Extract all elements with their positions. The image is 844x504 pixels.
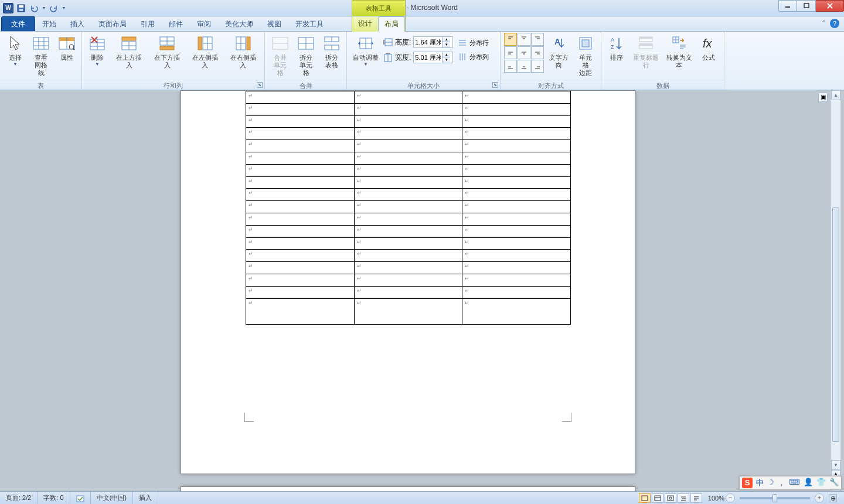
tray-skin-icon[interactable]: 👕 bbox=[816, 478, 826, 488]
zoom-in-button[interactable]: + bbox=[815, 493, 824, 503]
draft-view[interactable] bbox=[690, 493, 702, 503]
height-input[interactable]: ▲▼ bbox=[413, 36, 453, 48]
redo-icon[interactable] bbox=[48, 2, 60, 14]
qat-customize-icon[interactable]: ▼ bbox=[61, 2, 67, 14]
table-row[interactable] bbox=[246, 262, 571, 274]
height-up[interactable]: ▲ bbox=[443, 37, 450, 42]
tab-file[interactable]: 文件 bbox=[1, 16, 35, 31]
tab-mailings[interactable]: 邮件 bbox=[162, 17, 190, 31]
status-proof[interactable] bbox=[70, 492, 91, 504]
ime-lang-icon[interactable]: 中 bbox=[756, 478, 764, 488]
tab-developer[interactable]: 开发工具 bbox=[288, 17, 331, 31]
tab-references[interactable]: 引用 bbox=[134, 17, 162, 31]
tab-home[interactable]: 开始 bbox=[35, 17, 63, 31]
zoom-level[interactable]: 100% bbox=[708, 495, 724, 502]
table-row[interactable] bbox=[246, 286, 571, 298]
rows-cols-launcher[interactable]: ⬊ bbox=[257, 82, 263, 88]
table-row[interactable] bbox=[246, 103, 571, 115]
vertical-scrollbar[interactable]: ▲ ▼ ▲ ○ ▼ bbox=[831, 90, 840, 491]
align-bot-right[interactable] bbox=[531, 60, 544, 73]
web-layout-view[interactable] bbox=[665, 493, 676, 503]
sort-button[interactable]: AZ 排序 bbox=[605, 33, 628, 63]
zoom-slider[interactable] bbox=[740, 497, 810, 499]
table-row[interactable] bbox=[246, 189, 571, 201]
tab-layout[interactable]: 布局 bbox=[378, 16, 405, 32]
save-icon[interactable] bbox=[15, 2, 27, 14]
help-icon[interactable]: ? bbox=[830, 19, 839, 28]
tray-user-icon[interactable]: 👤 bbox=[804, 478, 813, 488]
table-row[interactable] bbox=[246, 250, 571, 262]
close-button[interactable] bbox=[816, 0, 844, 12]
tray-tool-icon[interactable]: 🔧 bbox=[829, 478, 839, 488]
undo-dropdown-icon[interactable]: ▼ bbox=[41, 2, 47, 14]
formula-button[interactable]: fx 公式 bbox=[697, 33, 720, 63]
tab-beautify[interactable]: 美化大师 bbox=[218, 17, 260, 31]
width-up[interactable]: ▲ bbox=[443, 52, 450, 57]
page-1[interactable] bbox=[181, 90, 635, 474]
table-row[interactable] bbox=[246, 176, 571, 189]
zoom-fit-button[interactable]: ⊕ bbox=[829, 494, 837, 502]
delete-button[interactable]: 删除▼ bbox=[86, 33, 109, 68]
tab-view[interactable]: 视图 bbox=[260, 17, 288, 31]
zoom-out-button[interactable]: − bbox=[726, 493, 735, 503]
status-mode[interactable]: 插入 bbox=[133, 492, 158, 504]
scroll-up-button[interactable]: ▲ bbox=[831, 90, 840, 100]
table-row[interactable] bbox=[246, 274, 571, 286]
width-input[interactable]: ▲▼ bbox=[413, 52, 453, 63]
distribute-rows-button[interactable]: 分布行 bbox=[455, 36, 491, 49]
status-words[interactable]: 字数: 0 bbox=[38, 492, 70, 504]
outline-view[interactable] bbox=[678, 493, 689, 503]
scroll-thumb[interactable] bbox=[832, 207, 839, 442]
align-top-center[interactable] bbox=[518, 33, 530, 46]
tray-punct-icon[interactable]: ， bbox=[778, 478, 785, 488]
print-layout-view[interactable] bbox=[639, 493, 651, 503]
insert-right-button[interactable]: 在右侧插入 bbox=[225, 33, 261, 70]
status-page[interactable]: 页面: 2/2 bbox=[0, 492, 38, 504]
align-top-left[interactable] bbox=[504, 33, 517, 46]
table-row[interactable] bbox=[246, 152, 571, 164]
table-row[interactable] bbox=[246, 115, 571, 128]
sogou-ime-icon[interactable]: S bbox=[742, 478, 753, 488]
status-lang[interactable]: 中文(中国) bbox=[91, 492, 133, 504]
minimize-button[interactable] bbox=[778, 0, 797, 12]
properties-button[interactable]: 属性 bbox=[55, 33, 79, 63]
document-viewport[interactable]: ▣ bbox=[6, 90, 830, 491]
align-mid-right[interactable] bbox=[531, 46, 544, 59]
select-button[interactable]: 选择▼ bbox=[4, 33, 27, 68]
ruler-toggle[interactable]: ▣ bbox=[818, 93, 828, 102]
align-mid-center[interactable] bbox=[518, 46, 530, 59]
tray-moon-icon[interactable]: ☽ bbox=[767, 478, 774, 488]
document-table-1[interactable] bbox=[246, 91, 571, 325]
table-row[interactable] bbox=[246, 91, 571, 104]
distribute-cols-button[interactable]: 分布列 bbox=[455, 50, 491, 63]
tab-insert[interactable]: 插入 bbox=[63, 17, 91, 31]
view-gridlines-button[interactable]: 查看 网格线 bbox=[29, 33, 53, 78]
tray-keyboard-icon[interactable]: ⌨ bbox=[789, 478, 800, 488]
table-row[interactable] bbox=[246, 298, 571, 324]
zoom-handle[interactable] bbox=[772, 494, 777, 502]
table-row[interactable] bbox=[246, 237, 571, 250]
scroll-down-button[interactable]: ▼ bbox=[831, 460, 840, 470]
align-mid-left[interactable] bbox=[504, 46, 517, 59]
insert-left-button[interactable]: 在左侧插入 bbox=[188, 33, 223, 70]
align-top-right[interactable] bbox=[531, 33, 544, 46]
align-bot-left[interactable] bbox=[504, 60, 517, 73]
height-down[interactable]: ▼ bbox=[443, 42, 450, 47]
text-direction-button[interactable]: A 文字方向 bbox=[546, 33, 571, 70]
tab-page-layout[interactable]: 页面布局 bbox=[91, 17, 134, 31]
width-down[interactable]: ▼ bbox=[443, 57, 450, 63]
table-row[interactable] bbox=[246, 128, 571, 140]
autofit-button[interactable]: 自动调整▼ bbox=[350, 33, 381, 68]
table-row[interactable] bbox=[246, 164, 571, 176]
tab-review[interactable]: 审阅 bbox=[190, 17, 218, 31]
cell-margins-button[interactable]: 单元格 边距 bbox=[574, 33, 597, 78]
cell-size-launcher[interactable]: ⬊ bbox=[492, 82, 498, 88]
word-app-icon[interactable]: W bbox=[2, 2, 14, 14]
convert-text-button[interactable]: 转换为文本 bbox=[664, 33, 695, 70]
align-bot-center[interactable] bbox=[518, 60, 530, 73]
split-table-button[interactable]: 拆分表格 bbox=[320, 33, 343, 70]
fullscreen-view[interactable] bbox=[652, 493, 663, 503]
minimize-ribbon-icon[interactable]: ˆ bbox=[823, 19, 825, 28]
insert-below-button[interactable]: 在下方插入 bbox=[149, 33, 185, 70]
table-row[interactable] bbox=[246, 201, 571, 213]
